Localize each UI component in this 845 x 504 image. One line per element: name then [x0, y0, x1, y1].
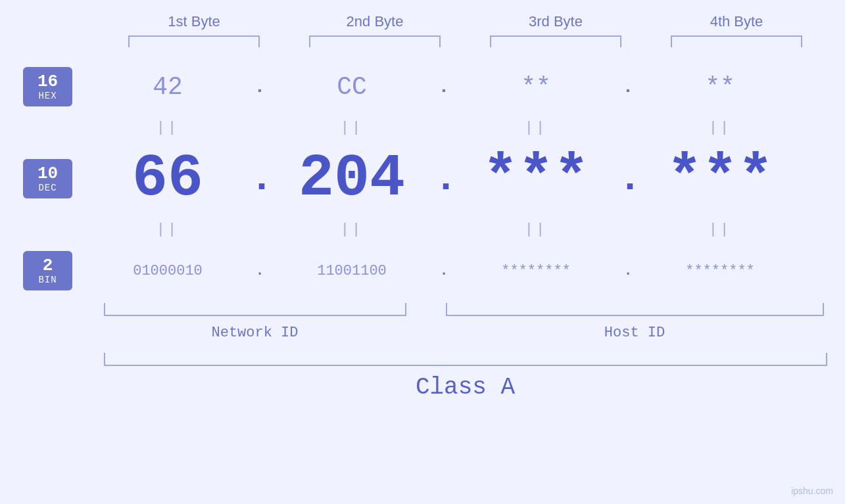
spacer2 [10, 218, 85, 241]
full-bracket [104, 353, 827, 366]
dec-cell-2: 204 [270, 149, 434, 208]
bin-val-3: ******** [501, 263, 571, 279]
main-area: 16 HEX 10 DEC 2 BIN [0, 57, 845, 300]
bin-cell-1: 01000010 [85, 263, 250, 279]
eq-cell-6: || [270, 221, 434, 238]
bin-name: BIN [26, 275, 70, 285]
byte-labels-row: 1st Byte 2nd Byte 3rd Byte 4th Byte [104, 13, 827, 30]
byte4-label: 4th Byte [661, 13, 812, 30]
full-bottom: Class A [104, 353, 827, 401]
hex-dot-2: . [434, 77, 454, 97]
host-id-gap [406, 325, 446, 341]
dec-val-4: *** [667, 145, 773, 212]
eq-cell-5: || [85, 221, 250, 238]
bin-cell-4: ******** [638, 263, 802, 279]
page-container: 1st Byte 2nd Byte 3rd Byte 4th Byte 16 H… [0, 0, 845, 504]
hex-cell-2: CC [270, 73, 434, 101]
dec-badge-wrapper: 10 DEC [10, 139, 85, 218]
bracket-host [446, 303, 824, 316]
bin-dot-1: . [250, 263, 270, 279]
eq-cell-8: || [638, 221, 802, 238]
dec-dot-3: . [618, 156, 638, 201]
byte1-label: 1st Byte [118, 13, 270, 30]
bin-badge-wrapper: 2 BIN [10, 241, 85, 300]
hex-dot-3: . [618, 77, 638, 97]
dec-dot-1: . [250, 156, 270, 201]
hex-badge: 16 HEX [23, 67, 72, 107]
network-id-label: Network ID [104, 325, 406, 341]
bracket-top-2 [309, 35, 441, 47]
top-brackets-row [104, 35, 827, 47]
host-id-label: Host ID [446, 325, 824, 341]
hex-badge-wrapper: 16 HEX [10, 57, 85, 116]
bracket-top-4 [671, 35, 802, 47]
dec-name: DEC [26, 183, 70, 193]
eq-row-2: || || || || [85, 218, 845, 241]
bracket-network [104, 303, 406, 316]
bracket-top-3 [490, 35, 621, 47]
hex-cell-4: ** [638, 73, 802, 101]
dec-badge: 10 DEC [23, 159, 72, 199]
bin-val-2: 11001100 [317, 263, 387, 279]
hex-cell-3: ** [454, 73, 618, 101]
bracket-top-1 [128, 35, 260, 47]
dec-cell-4: *** [638, 149, 802, 208]
hex-val-4: ** [705, 73, 735, 101]
dec-val-3: *** [483, 145, 589, 212]
hex-dot-1: . [250, 77, 270, 97]
dec-val-2: 204 [299, 145, 405, 212]
bottom-section: Network ID Host ID [104, 303, 827, 341]
hex-val-3: ** [521, 73, 551, 101]
dec-val-1: 66 [132, 145, 203, 212]
eq-cell-3: || [454, 120, 618, 136]
dec-cell-3: *** [454, 149, 618, 208]
dec-dot-2: . [434, 156, 454, 201]
hex-name: HEX [26, 91, 70, 101]
byte3-label: 3rd Byte [480, 13, 631, 30]
bin-cell-3: ******** [454, 263, 618, 279]
hex-num: 16 [26, 72, 70, 91]
dec-cell-1: 66 [85, 149, 250, 208]
spacer1 [10, 116, 85, 139]
eq-cell-2: || [270, 120, 434, 136]
base-labels-column: 16 HEX 10 DEC 2 BIN [0, 57, 85, 300]
bottom-brackets [104, 303, 827, 319]
class-label: Class A [104, 374, 827, 401]
hex-cell-1: 42 [85, 73, 250, 101]
bin-val-1: 01000010 [133, 263, 203, 279]
bin-dot-2: . [434, 263, 454, 279]
watermark: ipshu.com [791, 486, 833, 496]
bin-badge: 2 BIN [23, 251, 72, 291]
eq-row-1: || || || || [85, 116, 845, 139]
eq-cell-1: || [85, 120, 250, 136]
hex-row: 42 . CC . ** . ** [85, 57, 845, 116]
bin-cell-2: 11001100 [270, 263, 434, 279]
id-labels: Network ID Host ID [104, 325, 827, 341]
bin-val-4: ******** [685, 263, 755, 279]
bin-dot-3: . [618, 263, 638, 279]
bin-row: 01000010 . 11001100 . ******** . *******… [85, 241, 845, 300]
bin-num: 2 [26, 256, 70, 275]
byte2-label: 2nd Byte [299, 13, 450, 30]
dec-row: 66 . 204 . *** . *** [85, 139, 845, 218]
rows-container: 42 . CC . ** . ** || || [85, 57, 845, 300]
eq-cell-7: || [454, 221, 618, 238]
hex-val-1: 42 [153, 73, 183, 101]
hex-val-2: CC [337, 73, 367, 101]
eq-cell-4: || [638, 120, 802, 136]
dec-num: 10 [26, 164, 70, 183]
